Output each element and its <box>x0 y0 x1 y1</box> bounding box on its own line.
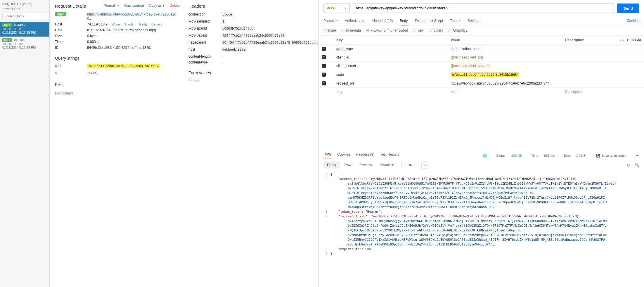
tab-params[interactable]: Params <box>323 16 338 25</box>
headers-title: Headers <box>188 4 313 8</box>
shodan-link[interactable]: Shodan <box>124 23 135 26</box>
form-empty: (empty) <box>188 78 313 82</box>
tab-headers[interactable]: Headers (10) <box>372 16 393 25</box>
globe-icon[interactable]: 🌐 <box>483 154 487 157</box>
bodytype-none[interactable]: none <box>323 28 336 32</box>
search-input[interactable] <box>2 13 47 19</box>
view-raw[interactable]: Raw <box>341 161 355 169</box>
view-pretty[interactable]: Pretty <box>323 161 340 169</box>
view-preview[interactable]: Preview <box>356 161 375 169</box>
method-badge: GET <box>2 38 12 42</box>
method-badge: GET <box>55 12 66 16</box>
body-grid: Key Value Description•••Bulk Edit grant_… <box>319 35 644 96</box>
webhook-pane: REQUESTS (2/500) Newest First ? GET #944… <box>0 0 318 287</box>
row-checkbox[interactable] <box>322 81 326 85</box>
bulk-edit-link[interactable]: Bulk Edit <box>627 38 641 42</box>
detail-time: 0.000 sec <box>87 40 180 44</box>
bodytype-graphql[interactable]: GraphQL <box>448 28 467 32</box>
save-example[interactable]: 💾Save as example <box>596 154 626 158</box>
bodytype-binary[interactable]: binary <box>429 28 443 32</box>
detail-id: 9449bd0d-a536-4d69-8572-eeffbdb134fb <box>87 46 180 50</box>
raw-content-link[interactable]: Raw content <box>124 4 144 8</box>
request-list: REQUESTS (2/500) Newest First ? GET #944… <box>0 0 50 287</box>
copy-icon[interactable]: ⧉ <box>627 163 630 168</box>
netify-link[interactable]: Netify <box>139 23 148 26</box>
sort-newest[interactable]: Newest First <box>0 7 49 12</box>
detail-date: 01/11/2024 5:18:55 PM (a few seconds ago… <box>87 28 180 32</box>
request-detail: Permalink Raw content Copy as ▾ Delete R… <box>50 0 318 287</box>
host-ip: 74.119.118.9 <box>87 22 108 26</box>
permalink-link[interactable]: Permalink <box>104 4 119 8</box>
wrap-icon[interactable]: ⇥ <box>421 161 428 169</box>
response-meta: 🌐 Status: 200 OK Time: 637 ms Size: 1.9 … <box>479 154 586 158</box>
request-item-0[interactable]: GET #9449b 74.119.118.9 01/11/2024 5:18:… <box>0 22 49 37</box>
send-button[interactable]: Send <box>617 4 639 13</box>
tab-body[interactable]: Body <box>400 16 408 25</box>
files-title: Files <box>55 82 180 87</box>
bodytype-xwww[interactable]: x-www-form-urlencoded <box>366 28 408 32</box>
requests-count: REQUESTS (2/500) <box>0 0 49 7</box>
copy-as-link[interactable]: Copy as ▾ <box>149 4 165 8</box>
request-item-1[interactable]: GET #191be 74.119.118.32 01/11/2024 5:17… <box>0 37 49 51</box>
tab-auth[interactable]: Authorization <box>345 16 365 25</box>
resp-tab-headers[interactable]: Headers (8) <box>356 152 374 159</box>
row-checkbox[interactable] <box>322 64 326 68</box>
tab-settings[interactable]: Settings <box>468 16 480 25</box>
tab-tests[interactable]: Tests <box>450 16 461 25</box>
no-content: No content <box>55 89 180 95</box>
row-checkbox[interactable] <box>322 55 326 59</box>
request-url[interactable]: https://webhook.site/645d8823-9284-4ca6-… <box>87 12 176 20</box>
resp-tab-body[interactable]: Body <box>323 152 331 159</box>
more-icon[interactable]: ••• <box>636 154 639 158</box>
search-icon[interactable]: 🔍 <box>634 163 639 168</box>
cookies-link[interactable]: Cookies <box>627 19 639 23</box>
resp-tab-cookies[interactable]: Cookies <box>337 152 350 159</box>
format-select[interactable]: JSON <box>401 162 418 168</box>
desc-input[interactable]: Description <box>562 88 644 96</box>
form-values-title: Form values <box>188 71 313 75</box>
row-checkbox[interactable] <box>322 73 326 77</box>
bodytype-formdata[interactable]: form-data <box>341 28 361 32</box>
query-strings-title: Query strings <box>55 56 180 61</box>
row-checkbox[interactable] <box>322 47 326 51</box>
view-visualize[interactable]: Visualize <box>377 161 398 169</box>
method-badge: GET <box>2 23 12 27</box>
more-icon[interactable]: ••• <box>620 38 624 42</box>
whois-link[interactable]: Whois <box>111 23 120 26</box>
url-input[interactable] <box>353 4 614 13</box>
bodytype-raw[interactable]: raw <box>413 28 423 32</box>
save-icon: 💾 <box>596 154 600 158</box>
tab-prereq[interactable]: Pre-request Script <box>415 16 443 25</box>
postman-pane: POST Send Params Authorization Headers (… <box>318 0 644 287</box>
response-body: 12 34 56 { "access_token": "eyJhbGciOiJS… <box>319 171 644 260</box>
value-input[interactable]: Value <box>448 88 562 96</box>
query-state: 4744 <box>87 71 98 75</box>
detail-actions: Permalink Raw content Copy as ▾ Delete <box>100 4 180 8</box>
help-icon[interactable]: ? <box>43 14 45 18</box>
key-input[interactable]: Key <box>333 88 448 96</box>
delete-link[interactable]: Delete <box>169 4 180 8</box>
query-code: b75baa11-55b6-4d9b-9929-3c8415b1fb97 <box>87 64 160 68</box>
censys-link[interactable]: Censys <box>151 23 162 26</box>
detail-size: 0 bytes <box>87 34 180 38</box>
resp-tab-tests[interactable]: Test Results <box>380 152 399 159</box>
response-section: Body Cookies Headers (8) Test Results 🌐 … <box>319 149 644 287</box>
method-select[interactable]: POST <box>323 4 350 13</box>
